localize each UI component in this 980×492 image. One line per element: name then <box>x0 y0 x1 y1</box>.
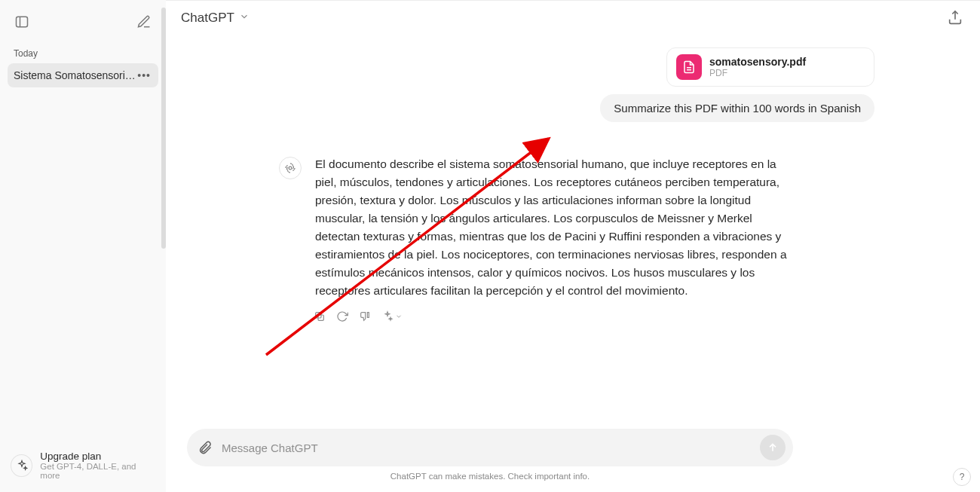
model-info-button[interactable] <box>381 310 403 322</box>
attachment-card[interactable]: somatosensory.pdf PDF <box>666 47 874 87</box>
thumbs-down-button[interactable] <box>359 310 371 322</box>
svg-rect-0 <box>17 17 28 26</box>
edit-icon <box>136 14 152 29</box>
arrow-up-icon <box>767 442 779 454</box>
attachment-filetype: PDF <box>709 68 806 78</box>
new-chat-button[interactable] <box>134 12 154 32</box>
regenerate-button[interactable] <box>336 310 348 322</box>
assistant-response-text: El documento describe el sistema somatos… <box>315 155 798 300</box>
chevron-down-icon <box>239 11 250 26</box>
attachment-filename: somatosensory.pdf <box>709 56 806 68</box>
composer-input[interactable] <box>220 441 752 455</box>
sidebar-item-label: Sistema Somatosensorial Hum <box>14 69 136 81</box>
assistant-message: El documento describe el sistema somatos… <box>279 155 867 300</box>
file-icon <box>676 54 702 80</box>
help-button[interactable]: ? <box>953 468 971 486</box>
share-icon <box>947 10 963 26</box>
copy-button[interactable] <box>314 310 326 322</box>
composer[interactable] <box>187 429 793 466</box>
conversation: somatosensory.pdf PDF Summarize this PDF… <box>166 35 980 492</box>
model-switcher[interactable]: ChatGPT <box>181 11 250 26</box>
help-icon: ? <box>960 472 965 482</box>
main-area: ChatGPT somatosensory.pdf <box>166 0 980 492</box>
send-button[interactable] <box>760 435 786 460</box>
user-prompt-bubble: Summarize this PDF within 100 words in S… <box>600 94 874 122</box>
sidebar: Today Sistema Somatosensorial Hum ••• Up… <box>0 0 166 492</box>
assistant-avatar <box>279 157 302 179</box>
topbar: ChatGPT <box>166 1 980 35</box>
sidebar-section-today: Today <box>8 44 158 63</box>
disclaimer-text: ChatGPT can make mistakes. Check importa… <box>15 466 965 486</box>
svg-point-5 <box>289 167 292 170</box>
more-icon[interactable]: ••• <box>136 69 152 81</box>
attach-button[interactable] <box>198 440 213 455</box>
message-actions <box>314 310 867 322</box>
model-name: ChatGPT <box>181 11 234 26</box>
openai-logo-icon <box>284 162 296 174</box>
collapse-sidebar-button[interactable] <box>12 12 32 32</box>
sidebar-icon <box>14 14 29 29</box>
user-message: somatosensory.pdf PDF Summarize this PDF… <box>279 47 874 122</box>
share-button[interactable] <box>945 8 965 28</box>
composer-area: ChatGPT can make mistakes. Check importa… <box>0 429 980 492</box>
paperclip-icon <box>198 440 213 455</box>
sidebar-item-chat[interactable]: Sistema Somatosensorial Hum ••• <box>8 63 158 87</box>
